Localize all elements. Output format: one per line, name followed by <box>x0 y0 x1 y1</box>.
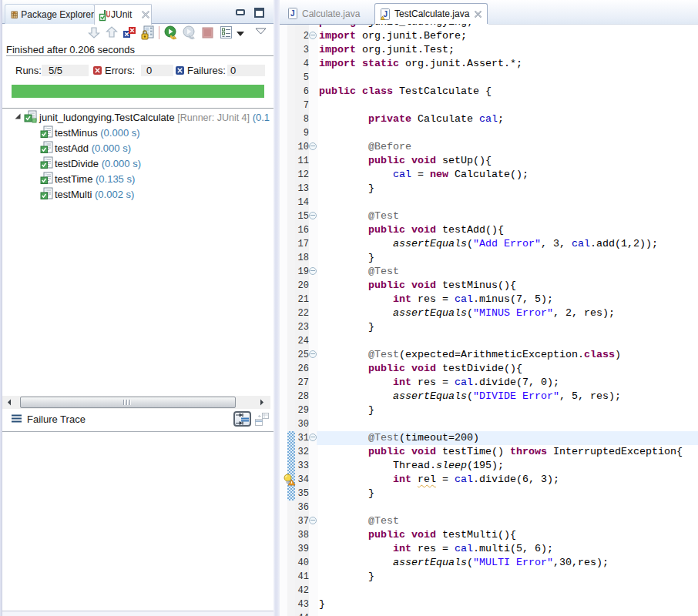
svg-text:J: J <box>290 9 295 18</box>
svg-text:J: J <box>384 10 388 18</box>
